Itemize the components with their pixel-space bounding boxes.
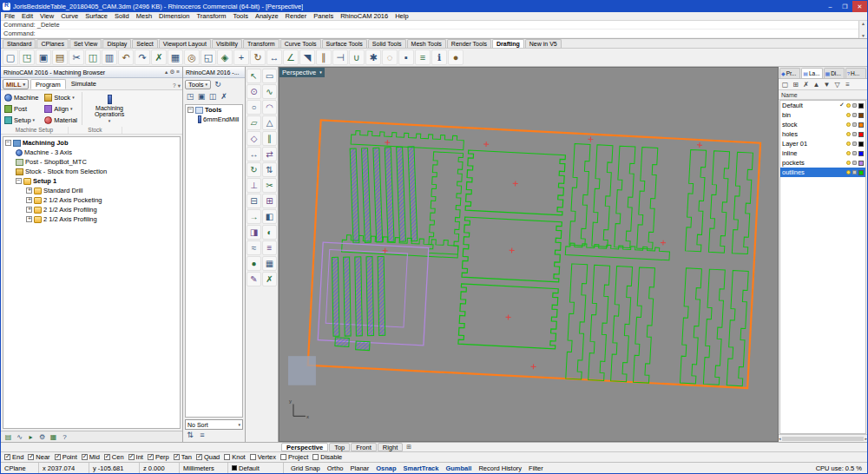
select-all-icon[interactable]: ▦: [168, 49, 183, 65]
print-icon[interactable]: ▤: [52, 49, 68, 65]
copy-icon[interactable]: ◫: [85, 49, 101, 65]
expander-icon[interactable]: [26, 207, 32, 213]
checkbox-icon[interactable]: [55, 454, 61, 460]
explode-icon[interactable]: ✱: [365, 49, 381, 65]
osnap-checkbox[interactable]: Disable: [312, 453, 342, 461]
save-file-icon[interactable]: ▣: [36, 49, 51, 65]
checkbox-icon[interactable]: [104, 454, 110, 460]
expander-icon[interactable]: [16, 178, 22, 184]
toolbar-tab[interactable]: Transform: [243, 39, 279, 48]
refresh-tools-icon[interactable]: ↻: [213, 79, 223, 89]
toolpath-view-icon[interactable]: ∿: [15, 432, 24, 442]
delete-layer-icon[interactable]: ✗: [801, 80, 811, 89]
move-icon[interactable]: ↔: [266, 49, 282, 65]
layer-visibility-icon[interactable]: [846, 122, 851, 127]
menu-item[interactable]: Render: [282, 12, 311, 21]
loft-tool-icon[interactable]: ≡: [262, 240, 277, 255]
cplane-indicator[interactable]: CPlane: [1, 463, 39, 473]
split-tool-icon[interactable]: ⊟: [247, 194, 261, 208]
tools-menu-button[interactable]: Tools: [185, 80, 211, 89]
rotate-icon[interactable]: ∠: [283, 49, 299, 65]
menu-item[interactable]: Analyze: [252, 12, 282, 21]
rotate-tool-icon[interactable]: ↻: [247, 162, 261, 177]
expander-icon[interactable]: [5, 140, 11, 146]
layer-color-swatch[interactable]: [858, 122, 864, 128]
command-prompt[interactable]: Command:: [1, 30, 867, 38]
delete-tool-icon[interactable]: ✗: [219, 91, 229, 102]
ellipse-tool-icon[interactable]: ◇: [247, 131, 261, 146]
layer-lock-icon[interactable]: [852, 142, 857, 146]
machining-browser-tab[interactable]: Program: [30, 79, 66, 89]
viewport-title-dropdown[interactable]: Perspective: [279, 68, 325, 77]
tree-item-tool[interactable]: 6mmEndMill: [186, 115, 242, 124]
move-tool-icon[interactable]: ↔: [247, 147, 261, 161]
layer-row[interactable]: Layer 01: [780, 139, 865, 148]
menu-item[interactable]: Transform: [194, 12, 230, 21]
menu-item[interactable]: View: [36, 12, 57, 21]
tree-item-operation[interactable]: 2 1/2 Axis Profiling: [3, 205, 180, 214]
layer-lock-icon[interactable]: [852, 103, 857, 108]
status-toggle[interactable]: SmartTrack: [400, 464, 443, 472]
panel-tab[interactable]: ▤ La...: [801, 68, 822, 78]
machine-setup-icon[interactable]: ⚙: [37, 432, 47, 442]
layer-manager-icon[interactable]: ≡: [415, 49, 431, 65]
polygon-tool-icon[interactable]: △: [262, 115, 277, 130]
surface-tool-icon[interactable]: ◧: [262, 209, 277, 224]
stock-button[interactable]: Stock: [43, 92, 79, 102]
tree-item-setup[interactable]: Setup 1: [3, 176, 180, 186]
checkbox-icon[interactable]: [196, 454, 202, 460]
layers-horizontal-scrollbar[interactable]: ◂ ▸: [779, 434, 867, 442]
menu-item[interactable]: Edit: [18, 12, 36, 21]
render-icon[interactable]: ●: [448, 49, 464, 65]
toolbar-tab[interactable]: Standard: [3, 39, 36, 48]
machining-operations-button[interactable]: MachiningOperations: [85, 92, 134, 125]
revolve-tool-icon[interactable]: ◐: [262, 225, 277, 240]
osnap-checkbox[interactable]: Near: [28, 453, 49, 461]
osnap-checkbox[interactable]: End: [4, 453, 23, 461]
osnap-checkbox[interactable]: Perp: [148, 453, 169, 461]
osnap-checkbox[interactable]: Project: [280, 453, 308, 461]
mill-mode-button[interactable]: MILL: [3, 79, 29, 89]
align-button[interactable]: Align: [43, 103, 79, 114]
layer-visibility-icon[interactable]: [846, 113, 851, 117]
layer-color-swatch[interactable]: [858, 103, 864, 109]
tree-item-operation[interactable]: 2 1/2 Axis Profiling: [3, 214, 180, 224]
menu-item[interactable]: Tools: [229, 12, 252, 21]
layer-lock-icon[interactable]: [852, 161, 857, 165]
menu-item[interactable]: Surface: [82, 12, 111, 21]
new-layer-icon[interactable]: ▢: [780, 80, 790, 89]
layer-lock-icon[interactable]: [852, 170, 857, 174]
post-output-icon[interactable]: ▦: [49, 432, 58, 442]
toolbar-tab[interactable]: Select: [132, 39, 157, 48]
machining-objects-icon[interactable]: ▤: [3, 432, 13, 442]
mesh-tool-icon[interactable]: ▦: [262, 256, 277, 271]
toolbar-tab[interactable]: CPlanes: [36, 39, 68, 48]
osnap-checkbox[interactable]: Vertex: [250, 453, 276, 461]
annotate-tool-icon[interactable]: ✎: [247, 272, 261, 286]
layer-color-swatch[interactable]: [858, 113, 864, 118]
checkbox-icon[interactable]: [4, 454, 10, 460]
join-tool-icon[interactable]: ⊞: [262, 194, 277, 208]
viewport-tab[interactable]: Top: [329, 443, 350, 451]
current-layer-indicator[interactable]: Default: [228, 463, 284, 473]
expander-icon[interactable]: [26, 216, 32, 222]
layer-lock-icon[interactable]: [852, 113, 857, 117]
toolbar-tab[interactable]: Mesh Tools: [407, 39, 446, 48]
cut-icon[interactable]: ✂: [69, 49, 84, 65]
tool-sort-dropdown[interactable]: No Sort: [185, 419, 243, 430]
osnap-checkbox[interactable]: Point: [55, 453, 77, 461]
layer-row[interactable]: stock: [780, 120, 865, 129]
properties-icon[interactable]: ℹ: [431, 49, 447, 65]
scroll-left-icon[interactable]: ◂: [779, 436, 781, 441]
toolbar-tab[interactable]: Viewport Layout: [159, 39, 211, 48]
viewport-canvas[interactable]: xy: [279, 68, 778, 441]
layer-color-swatch[interactable]: [858, 161, 864, 166]
delete-icon[interactable]: ✗: [151, 49, 167, 65]
help-icon[interactable]: ?: [60, 432, 69, 442]
selection-window-icon[interactable]: ▭: [262, 69, 277, 83]
redo-icon[interactable]: ↷: [135, 49, 150, 65]
status-toggle[interactable]: Filter: [525, 464, 547, 472]
toolbar-tab[interactable]: Display: [102, 39, 131, 48]
osnap-checkbox[interactable]: Knot: [224, 453, 245, 461]
material-button[interactable]: Material: [43, 115, 79, 125]
